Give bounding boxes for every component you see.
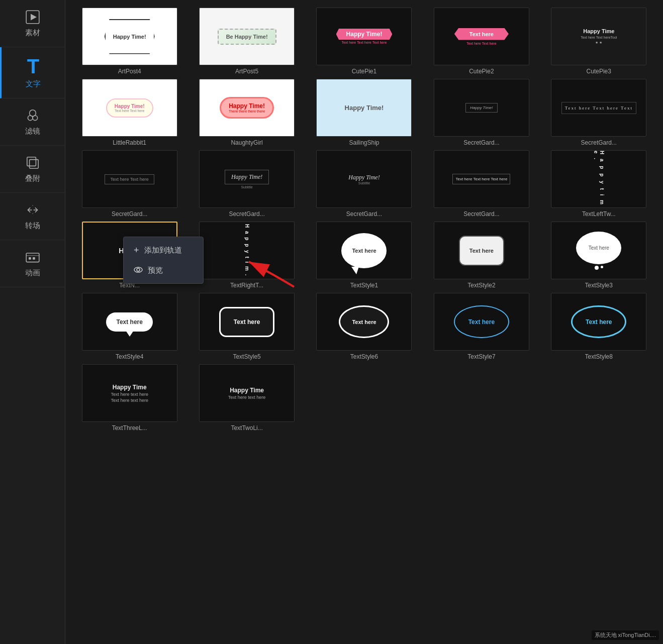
cutepie3-label: CutePie3 — [587, 68, 611, 75]
texttwolines-label: TextTwoLi... — [231, 424, 262, 432]
secretgard5-label: SecretGard... — [346, 210, 382, 218]
textthreeline-label: TextThreeL... — [112, 424, 147, 432]
grid-item-cutepie3[interactable]: Happy Time Text here Text hereTool ★ ★ C… — [542, 8, 655, 75]
texttwolines-content: Happy Time Text here text here — [200, 365, 294, 421]
thumb-textstyle6: Text here — [316, 293, 412, 351]
naughtygirl-title: Happy Time! — [229, 102, 265, 110]
grid-item-textthreeline[interactable]: Happy Time Text here text here Text here… — [73, 364, 186, 432]
textrightt-content: H a p p y t i m . — [244, 224, 250, 277]
grid-item-secretgard5[interactable]: Happy Time! Subtitle SecretGard... — [308, 150, 421, 218]
grid-item-naughtygirl[interactable]: Happy Time! There there there there Naug… — [190, 79, 303, 146]
artpost5-shape: Be Happy Time! — [218, 29, 276, 45]
filter-icon — [25, 108, 41, 124]
cutepie2-sub: Text here Text here — [466, 42, 496, 45]
watermark-text: 系统天地 xiTongTianDi.... — [595, 632, 656, 638]
sidebar-item-animation[interactable]: 动画 — [0, 240, 65, 287]
grid-item-textrightt[interactable]: H a p p y t i m . TextRightT... — [190, 222, 303, 289]
thumb-textstyle5: Text here — [199, 293, 295, 351]
dot1 — [595, 266, 599, 270]
thumb-littlerabbit: Happy Time! Text here Text here — [82, 79, 177, 137]
grid-item-cutepie2[interactable]: Text here Text here Text here CutePie2 — [425, 8, 538, 75]
sidebar-item-material-label: 素材 — [25, 28, 40, 38]
thumb-textthreeline: Happy Time Text here text here Text here… — [82, 364, 177, 422]
thumb-cutepie1: Happy Time! Text here Text here Text her… — [316, 8, 412, 65]
sidebar-item-text-label: 文字 — [26, 79, 41, 89]
preview-label: 预览 — [148, 266, 163, 275]
textthreeline-l3: Text here text here — [111, 398, 148, 403]
grid-item-sailingship[interactable]: Happy Time! SailingShip — [308, 79, 421, 146]
grid-item-secretgard4[interactable]: Happy Time! Subtitle SecretGard... — [190, 150, 303, 218]
textlefttw-label: TextLeftTw... — [582, 210, 616, 218]
littlerabbit-title: Happy Time! — [115, 103, 145, 109]
grid-item-artpost5[interactable]: Be Happy Time! ArtPost5 — [190, 8, 303, 75]
sidebar-item-transition[interactable]: 转场 — [0, 193, 65, 240]
textstyle8-bubble: Text here — [571, 305, 626, 338]
artpost5-label: ArtPost5 — [235, 68, 258, 75]
secretgard1-label: SecretGard... — [463, 139, 499, 146]
sidebar-item-material[interactable]: 素材 — [0, 0, 65, 47]
sidebar-item-filter[interactable]: 滤镜 — [0, 98, 65, 146]
grid-item-textlefttw[interactable]: H a p p y t i m e . TextLeftTw... — [542, 150, 655, 218]
context-menu: + 添加到轨道 预览 — [123, 237, 204, 284]
svg-rect-6 — [29, 160, 38, 169]
naughtygirl-sub: There there there there — [229, 110, 265, 113]
grid-item-secretgard2[interactable]: Text here Text here Text SecretGard... — [542, 79, 655, 146]
thumb-texttwolines: Happy Time Text here text here — [199, 364, 295, 422]
svg-rect-13 — [29, 257, 31, 260]
thumb-textstyle4: Text here — [82, 293, 177, 351]
grid-item-texttwolines[interactable]: Happy Time Text here text here TextTwoLi… — [190, 364, 303, 432]
textstyle3-label: TextStyle3 — [585, 282, 613, 289]
sidebar-item-text[interactable]: T 文字 — [0, 47, 65, 98]
littlerabbit-sub: Text here Text here — [115, 109, 144, 113]
grid-item-textstyle7[interactable]: Text here TextStyle7 — [425, 293, 538, 360]
textlefttw-content: H a p p y t i m e . — [593, 151, 605, 207]
grid-item-textstyle1[interactable]: Text here TextStyle1 — [308, 222, 421, 289]
thumb-cutepie3: Happy Time Text here Text hereTool ★ ★ — [551, 8, 646, 65]
textstyle8-label: TextStyle8 — [585, 353, 613, 360]
add-to-track-label: 添加到轨道 — [144, 246, 182, 255]
thumb-textstyle7: Text here — [434, 293, 529, 351]
thumb-textstyle3: Text here — [551, 222, 646, 279]
thumb-cutepie2: Text here Text here Text here — [434, 8, 529, 65]
grid-item-textstyle4[interactable]: Text here TextStyle4 — [73, 293, 186, 360]
grid-item-littlerabbit[interactable]: Happy Time! Text here Text here LittleRa… — [73, 79, 186, 146]
grid-item-textstyle2[interactable]: Text here TextStyle2 — [425, 222, 538, 289]
secretgard4-content: Happy Time! Subtitle — [225, 170, 269, 189]
svg-rect-14 — [33, 257, 35, 260]
sailingship-content: Happy Time! — [345, 104, 384, 112]
grid-item-textstyle5[interactable]: Text here TextStyle5 — [190, 293, 303, 360]
grid-item-cutepie1[interactable]: Happy Time! Text here Text here Text her… — [308, 8, 421, 75]
secretgard6-content: Text here Text here Text here — [452, 174, 510, 184]
secretgard4-label: SecretGard... — [229, 210, 264, 218]
thumb-textrightt: H a p p y t i m . — [199, 222, 295, 279]
grid-item-textn[interactable]: Happy TextN... + 添加到轨道 预览 — [73, 222, 186, 289]
thumb-secretgard1: Happy Time! — [434, 79, 529, 137]
cutepie3-sub: Text here Text hereTool — [581, 36, 617, 39]
sidebar-item-overlay[interactable]: 叠附 — [0, 146, 65, 193]
context-menu-add-to-track[interactable]: + 添加到轨道 — [124, 240, 203, 261]
grid-item-textstyle6[interactable]: Text here TextStyle6 — [308, 293, 421, 360]
grid-item-textstyle3[interactable]: Text here TextStyle3 — [542, 222, 655, 289]
thumb-secretgard6: Text here Text here Text here — [434, 150, 529, 208]
textstyle3-dots — [595, 266, 603, 270]
thumb-secretgard3: Text here Text here — [82, 150, 177, 208]
naughtygirl-label: NaughtyGirl — [231, 139, 262, 146]
grid-item-artpost4[interactable]: Happy Time! ArtPost4 — [73, 8, 186, 75]
texttwolines-l2: Text here text here — [228, 395, 266, 400]
textstyle5-bubble: Text here — [219, 307, 274, 337]
cutepie2-label: CutePie2 — [469, 68, 494, 75]
eye-icon — [134, 266, 143, 275]
grid-item-secretgard3[interactable]: Text here Text here SecretGard... — [73, 150, 186, 218]
sidebar: 素材 T 文字 滤镜 叠附 转场 — [0, 0, 65, 644]
thumb-secretgard4: Happy Time! Subtitle — [199, 150, 295, 208]
sidebar-item-filter-label: 滤镜 — [25, 127, 40, 136]
grid-item-secretgard1[interactable]: Happy Time! SecretGard... — [425, 79, 538, 146]
dot2 — [601, 266, 603, 268]
grid-item-textstyle8[interactable]: Text here TextStyle8 — [542, 293, 655, 360]
cutepie1-ribbon: Happy Time! — [336, 29, 393, 40]
thumb-artpost5: Be Happy Time! — [199, 8, 295, 65]
cutepie1-label: CutePie1 — [352, 68, 376, 75]
grid-item-secretgard6[interactable]: Text here Text here Text here SecretGard… — [425, 150, 538, 218]
textthreeline-l1: Happy Time — [113, 384, 147, 391]
context-menu-preview[interactable]: 预览 — [124, 261, 203, 280]
